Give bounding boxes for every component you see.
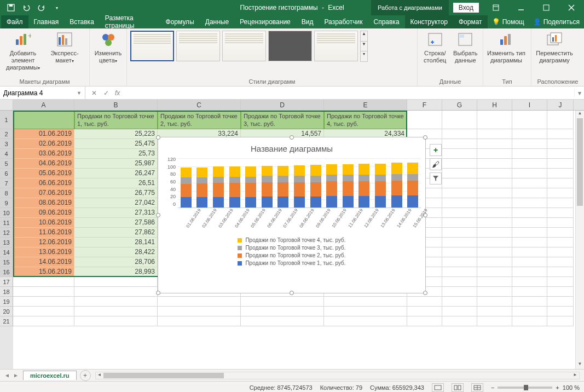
change-colors-button[interactable]: Изменить цвета▾ (93, 31, 123, 65)
cell-B5[interactable]: 25,987 (74, 159, 158, 169)
cell-J8[interactable] (547, 188, 574, 198)
cell-G12[interactable] (442, 228, 477, 238)
row-headers[interactable]: 123456789101112131415161718192021 (0, 111, 13, 369)
undo-button[interactable] (20, 2, 33, 14)
cell-A20[interactable] (13, 307, 74, 316)
cell-C21[interactable] (158, 316, 241, 326)
cell-D21[interactable] (241, 316, 324, 326)
col-header-H[interactable]: H (477, 100, 512, 110)
zoom-out-button[interactable]: − (491, 384, 494, 391)
cell-G1[interactable] (442, 111, 477, 129)
cell-E1[interactable]: Продажи по Торговой точке 4, тыс. руб. (324, 111, 407, 129)
cell-I5[interactable] (512, 159, 547, 169)
cell-G19[interactable] (442, 297, 477, 307)
cell-B12[interactable]: 27,862 (74, 228, 158, 238)
cell-C20[interactable] (158, 307, 241, 316)
row-header-6[interactable]: 6 (0, 169, 13, 178)
sheet-tab[interactable]: microexcel.ru (23, 371, 77, 380)
save-button[interactable] (4, 2, 18, 14)
cell-A5[interactable]: 04.06.2019 (13, 159, 74, 169)
cell-H9[interactable] (477, 198, 512, 208)
cell-D1[interactable]: Продажи по Торговой точке 3, тыс. руб. (241, 111, 324, 129)
cell-I8[interactable] (512, 188, 547, 198)
cell-B7[interactable]: 26,51 (74, 178, 158, 188)
cell-G21[interactable] (442, 316, 477, 326)
cell-J14[interactable] (547, 247, 574, 257)
cell-A10[interactable]: 09.06.2019 (13, 208, 74, 218)
tab-7[interactable]: Разработчик (319, 15, 368, 28)
chart-plot-area[interactable]: 120100806040200 (163, 157, 421, 208)
ribbon-display-options[interactable] (483, 0, 508, 15)
switch-row-column-button[interactable]: Строка/столбец (421, 31, 449, 64)
chart-styles-gallery[interactable]: ▲ ▼ ▾ (130, 31, 368, 61)
cell-H15[interactable] (477, 257, 512, 267)
cell-B13[interactable]: 28,141 (74, 238, 158, 247)
col-header-F[interactable]: F (407, 100, 442, 110)
cell-B15[interactable]: 28,706 (74, 257, 158, 267)
row-header-8[interactable]: 8 (0, 188, 13, 198)
zoom-level[interactable]: 100 % (563, 384, 580, 391)
change-chart-type-button[interactable]: Изменить тип диаграммы (487, 31, 526, 64)
cell-G2[interactable] (442, 129, 477, 139)
chart-style-5[interactable] (314, 31, 358, 61)
normal-view-button[interactable] (432, 383, 444, 392)
cell-I17[interactable] (512, 277, 547, 287)
row-header-16[interactable]: 16 (0, 267, 13, 277)
page-break-view-button[interactable] (471, 383, 483, 392)
tab-0[interactable]: Главная (28, 15, 65, 28)
cell-A3[interactable]: 02.06.2019 (13, 139, 74, 149)
cell-I16[interactable] (512, 267, 547, 277)
cell-B16[interactable]: 28,993 (74, 267, 158, 277)
cell-I9[interactable] (512, 198, 547, 208)
cell-H8[interactable] (477, 188, 512, 198)
cell-H16[interactable] (477, 267, 512, 277)
cell-A19[interactable] (13, 297, 74, 307)
cell-H3[interactable] (477, 139, 512, 149)
chart-legend[interactable]: Продажи по Торговой точке 4, тыс. руб.Пр… (163, 237, 421, 266)
row-header-12[interactable]: 12 (0, 228, 13, 238)
cell-I11[interactable] (512, 218, 547, 228)
cell-H7[interactable] (477, 178, 512, 188)
cell-G5[interactable] (442, 159, 477, 169)
cell-J4[interactable] (547, 149, 574, 159)
row-header-5[interactable]: 5 (0, 159, 13, 169)
add-chart-element-button[interactable]: +Добавить элемент диаграммы▾ (3, 31, 43, 72)
embedded-chart[interactable]: Название диаграммы 120100806040200 01.06… (158, 137, 426, 293)
cell-I7[interactable] (512, 178, 547, 188)
cell-F1[interactable] (407, 111, 442, 129)
chart-style-4[interactable] (268, 31, 312, 61)
cell-I14[interactable] (512, 247, 547, 257)
tab-4[interactable]: Данные (200, 15, 234, 28)
cell-D20[interactable] (241, 307, 324, 316)
cell-J15[interactable] (547, 257, 574, 267)
cell-H12[interactable] (477, 228, 512, 238)
cell-H4[interactable] (477, 149, 512, 159)
name-box-dropdown[interactable]: ▼ (77, 90, 82, 96)
cell-A14[interactable]: 13.06.2019 (13, 247, 74, 257)
cell-J17[interactable] (547, 277, 574, 287)
col-header-J[interactable]: J (547, 100, 574, 110)
cell-A6[interactable]: 05.06.2019 (13, 169, 74, 178)
minimize-button[interactable] (508, 0, 534, 15)
column-headers[interactable]: ABCDEFGHIJ (0, 100, 584, 111)
col-header-C[interactable]: C (158, 100, 241, 110)
row-header-7[interactable]: 7 (0, 178, 13, 188)
select-all-triangle[interactable] (0, 100, 13, 110)
cell-H2[interactable] (477, 129, 512, 139)
select-data-button[interactable]: Выбрать данные (452, 31, 480, 64)
cell-G6[interactable] (442, 169, 477, 178)
chart-elements-button[interactable]: + (430, 144, 442, 156)
cell-I19[interactable] (512, 297, 547, 307)
move-chart-button[interactable]: Переместить диаграмму (535, 31, 574, 64)
cell-B9[interactable]: 27,042 (74, 198, 158, 208)
chart-style-3[interactable] (222, 31, 266, 61)
cell-A21[interactable] (13, 316, 74, 326)
formula-expand[interactable]: ▾ (574, 89, 584, 97)
sign-in-button[interactable]: Вход (453, 3, 479, 13)
cell-H1[interactable] (477, 111, 512, 129)
cell-H13[interactable] (477, 238, 512, 247)
cell-J10[interactable] (547, 208, 574, 218)
col-header-B[interactable]: B (74, 100, 158, 110)
row-header-10[interactable]: 10 (0, 208, 13, 218)
cell-A8[interactable]: 07.06.2019 (13, 188, 74, 198)
